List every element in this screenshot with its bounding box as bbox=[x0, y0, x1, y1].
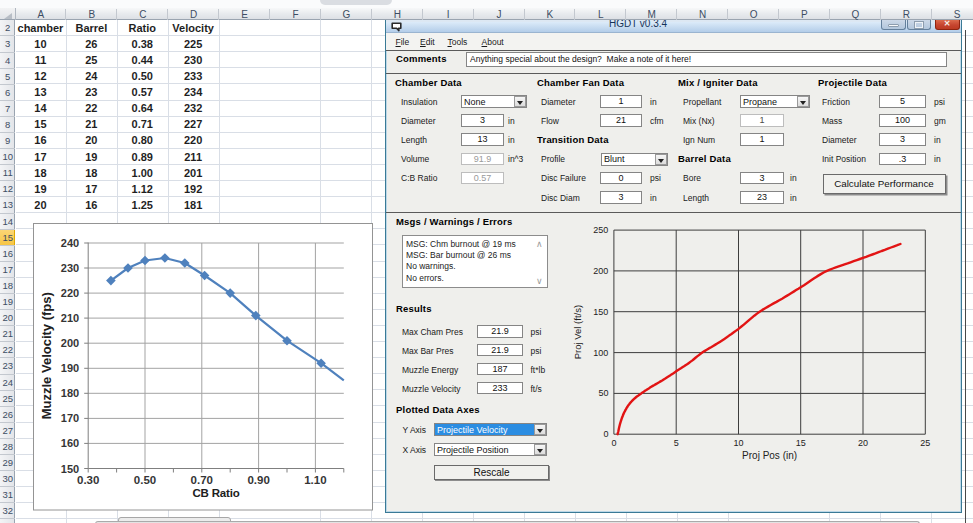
svg-text:50: 50 bbox=[598, 388, 608, 398]
svg-text:CB Ratio: CB Ratio bbox=[192, 487, 239, 499]
svg-text:250: 250 bbox=[593, 225, 608, 235]
svg-text:190: 190 bbox=[60, 362, 78, 374]
svg-text:0.70: 0.70 bbox=[190, 474, 212, 486]
svg-text:0: 0 bbox=[611, 438, 616, 448]
svg-text:170: 170 bbox=[60, 412, 78, 424]
svg-text:150: 150 bbox=[593, 307, 608, 317]
svg-text:160: 160 bbox=[60, 437, 78, 449]
svg-text:10: 10 bbox=[733, 438, 743, 448]
svg-text:240: 240 bbox=[60, 237, 78, 249]
svg-text:0.90: 0.90 bbox=[247, 474, 269, 486]
svg-text:0.30: 0.30 bbox=[77, 474, 99, 486]
svg-text:Proj Vel (ft/s): Proj Vel (ft/s) bbox=[572, 305, 583, 359]
svg-text:230: 230 bbox=[60, 262, 78, 274]
svg-text:200: 200 bbox=[593, 266, 608, 276]
svg-text:20: 20 bbox=[858, 438, 868, 448]
svg-text:0: 0 bbox=[603, 429, 608, 439]
svg-text:1.10: 1.10 bbox=[304, 474, 326, 486]
svg-text:5: 5 bbox=[674, 438, 679, 448]
svg-text:0.50: 0.50 bbox=[133, 474, 155, 486]
svg-text:Proj Pos (in): Proj Pos (in) bbox=[742, 450, 797, 461]
svg-text:210: 210 bbox=[60, 312, 78, 324]
svg-text:25: 25 bbox=[920, 438, 930, 448]
svg-text:100: 100 bbox=[593, 348, 608, 358]
svg-text:Muzzle Velocity (fps): Muzzle Velocity (fps) bbox=[39, 292, 54, 419]
svg-text:180: 180 bbox=[60, 387, 78, 399]
svg-text:15: 15 bbox=[796, 438, 806, 448]
svg-text:200: 200 bbox=[60, 337, 78, 349]
svg-text:220: 220 bbox=[60, 287, 78, 299]
